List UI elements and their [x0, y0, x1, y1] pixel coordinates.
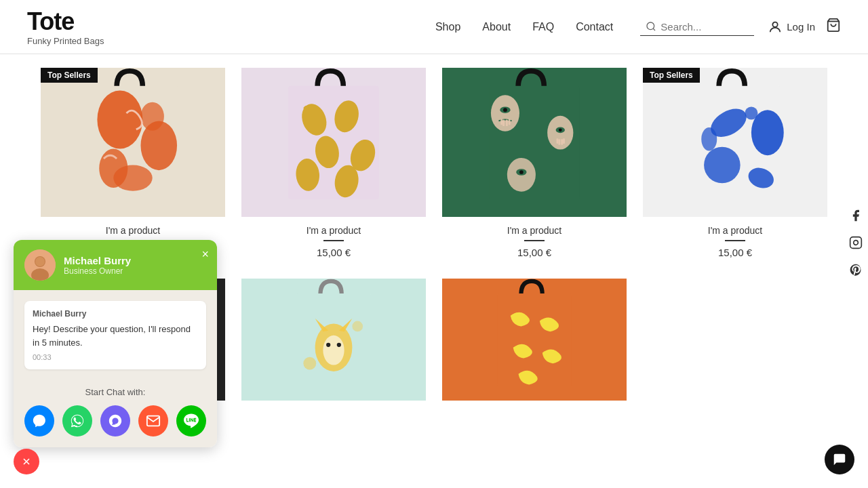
- product-price-3: 15,00 €: [442, 247, 627, 258]
- product-name-1: I'm a product: [41, 225, 225, 236]
- chat-message-text: Hey! Describe your question, I'll respon…: [33, 323, 198, 349]
- svg-point-9: [113, 165, 152, 190]
- product-divider-4: [725, 240, 745, 241]
- search-area: [640, 18, 754, 36]
- svg-point-59: [326, 343, 330, 347]
- product-card-3[interactable]: I'm a product 15,00 €: [442, 68, 627, 262]
- svg-point-41: [745, 106, 757, 119]
- messenger-button[interactable]: [24, 405, 54, 436]
- nav-about[interactable]: About: [482, 21, 511, 33]
- product-card-2[interactable]: I'm a product 15,00 €: [241, 68, 426, 262]
- chat-open-button[interactable]: [825, 445, 854, 474]
- product-image-3: [442, 68, 627, 217]
- svg-point-62: [352, 321, 363, 332]
- svg-point-2: [773, 22, 778, 26]
- svg-point-58: [323, 336, 344, 365]
- site-title: Tote: [27, 7, 104, 36]
- facebook-icon[interactable]: [849, 209, 863, 225]
- svg-point-5: [97, 90, 142, 148]
- cart-icon[interactable]: [826, 18, 841, 36]
- search-icon: [646, 21, 656, 32]
- product-card-7[interactable]: [442, 279, 627, 401]
- chat-agent-role: Business Owner: [64, 266, 131, 276]
- product-image-2: [241, 68, 426, 217]
- site-subtitle: Funky Printed Bags: [27, 36, 104, 46]
- badge-top-sellers-4: Top Sellers: [643, 68, 700, 83]
- login-button[interactable]: Log In: [768, 20, 815, 35]
- product-card-1[interactable]: Top Sellers I'm a product 15,00 €: [41, 68, 225, 262]
- chat-start-label: Start Chat with:: [24, 387, 206, 397]
- user-icon: [768, 20, 783, 35]
- nav-contact[interactable]: Contact: [576, 21, 613, 33]
- svg-rect-23: [500, 119, 502, 125]
- chat-widget: Michael Burry Business Owner × Michael B…: [14, 240, 217, 447]
- chat-body: Michael Burry Hey! Describe your questio…: [14, 290, 217, 380]
- viber-button[interactable]: [100, 405, 130, 436]
- product-image-6: [241, 279, 426, 401]
- search-input[interactable]: [660, 21, 749, 33]
- svg-rect-30: [557, 138, 559, 144]
- product-info-2: I'm a product 15,00 €: [241, 217, 426, 262]
- product-name-2: I'm a product: [241, 225, 426, 236]
- product-divider-3: [524, 240, 545, 241]
- svg-point-18: [491, 95, 519, 131]
- product-name-4: I'm a product: [643, 225, 827, 236]
- svg-point-8: [140, 102, 163, 131]
- svg-rect-22: [506, 120, 508, 127]
- product-info-4: I'm a product 15,00 €: [643, 217, 827, 262]
- chat-minimize-button[interactable]: [14, 449, 39, 474]
- chat-header: Michael Burry Business Owner ×: [14, 240, 217, 290]
- svg-point-60: [337, 343, 341, 347]
- chat-message-time: 00:33: [33, 353, 198, 361]
- svg-rect-28: [558, 139, 560, 145]
- email-button[interactable]: [138, 405, 168, 436]
- login-label: Log In: [787, 21, 815, 33]
- svg-point-20: [503, 108, 507, 112]
- nav-faq[interactable]: FAQ: [532, 21, 554, 33]
- header-icons: Log In: [768, 18, 841, 36]
- product-price-2: 15,00 €: [241, 247, 426, 258]
- chat-channels: [24, 405, 206, 436]
- product-card-4[interactable]: Top Sellers I'm a product 15,00 €: [643, 68, 827, 262]
- product-card-6[interactable]: [241, 279, 426, 401]
- product-image-1: [41, 68, 225, 217]
- chat-start: Start Chat with:: [14, 380, 217, 447]
- product-name-3: I'm a product: [442, 225, 627, 236]
- whatsapp-button[interactable]: [62, 405, 92, 436]
- svg-point-34: [519, 170, 524, 174]
- svg-rect-24: [509, 119, 511, 125]
- product-image-7: [442, 279, 627, 401]
- svg-rect-29: [561, 139, 563, 145]
- chat-avatar: [24, 249, 56, 281]
- svg-point-40: [701, 127, 717, 150]
- chat-header-info: Michael Burry Business Owner: [64, 255, 131, 276]
- svg-point-27: [559, 128, 562, 131]
- svg-rect-64: [850, 237, 862, 249]
- chat-agent-name: Michael Burry: [64, 255, 131, 266]
- instagram-icon[interactable]: [849, 236, 863, 252]
- nav-shop[interactable]: Shop: [435, 21, 460, 33]
- svg-line-1: [653, 28, 655, 30]
- product-info-3: I'm a product 15,00 €: [442, 217, 627, 262]
- chat-message-sender: Michael Burry: [33, 309, 198, 319]
- chat-close-button[interactable]: ×: [201, 248, 209, 260]
- logo-area: Tote Funky Printed Bags: [27, 7, 104, 46]
- svg-rect-63: [497, 293, 572, 386]
- svg-rect-31: [563, 138, 565, 144]
- svg-point-61: [303, 357, 316, 370]
- svg-point-38: [704, 147, 741, 184]
- main-nav: Shop About FAQ Contact: [435, 21, 613, 33]
- social-sidebar: [844, 202, 868, 286]
- product-divider-2: [323, 240, 344, 241]
- product-image-4: [643, 68, 827, 217]
- svg-point-0: [647, 22, 654, 30]
- svg-point-69: [35, 257, 45, 266]
- site-header: Tote Funky Printed Bags Shop About FAQ C…: [0, 0, 868, 54]
- product-price-4: 15,00 €: [643, 247, 827, 258]
- svg-rect-21: [502, 120, 505, 127]
- chat-message: Michael Burry Hey! Describe your questio…: [24, 301, 206, 369]
- pinterest-icon[interactable]: [849, 263, 863, 279]
- line-button[interactable]: [176, 405, 206, 436]
- badge-top-sellers-1: Top Sellers: [41, 68, 98, 83]
